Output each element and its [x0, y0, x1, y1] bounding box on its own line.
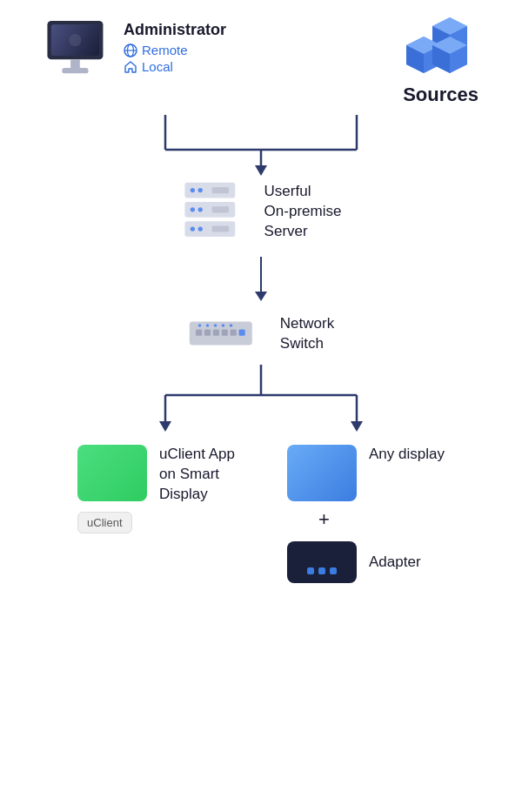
sources-block: Sources: [403, 17, 478, 106]
adapter-dot-1: [307, 567, 314, 574]
bottom-row: uClient App on Smart Display uClient Any…: [17, 441, 505, 583]
branch-svg: [104, 365, 418, 434]
svg-point-48: [222, 324, 225, 327]
svg-marker-54: [159, 421, 171, 432]
switch-node: Network Switch: [188, 310, 334, 358]
svg-point-49: [230, 324, 233, 327]
svg-point-28: [197, 188, 202, 192]
local-label: Local: [142, 59, 173, 74]
svg-point-27: [190, 188, 194, 192]
svg-rect-33: [211, 206, 229, 212]
switch-label: Network Switch: [280, 314, 334, 354]
adapter-dots: [307, 567, 337, 574]
svg-point-31: [190, 207, 194, 211]
svg-rect-37: [211, 226, 229, 232]
adapter-label: Adapter: [369, 553, 421, 573]
admin-text: Administrator Remote Local: [124, 17, 226, 76]
display-node: Any display + Adapter: [287, 445, 445, 583]
remote-icon: [124, 44, 137, 57]
svg-rect-29: [211, 187, 229, 193]
svg-rect-42: [222, 330, 228, 336]
sources-icon: [406, 17, 476, 78]
display-label: Any display: [369, 445, 445, 465]
branch-connector: [104, 365, 418, 434]
adapter-dot-2: [318, 567, 325, 574]
svg-rect-41: [213, 330, 219, 336]
uclient-content: uClient App on Smart Display: [77, 445, 235, 505]
plus-sign: +: [318, 508, 330, 531]
adapter-row: Adapter: [287, 541, 421, 583]
svg-rect-4: [62, 68, 88, 73]
local-icon: [124, 60, 137, 74]
svg-point-47: [214, 324, 218, 327]
server-icon: [181, 179, 251, 245]
svg-point-32: [197, 207, 202, 211]
server-node: Userful On-premise Server: [181, 179, 342, 245]
top-connector-svg: [96, 115, 426, 176]
top-connector: [96, 115, 426, 176]
svg-marker-25: [255, 165, 267, 176]
admin-title: Administrator: [124, 21, 226, 39]
uclient-node: uClient App on Smart Display uClient: [77, 445, 235, 534]
display-content: Any display: [287, 445, 445, 501]
svg-rect-3: [70, 59, 80, 69]
adapter-dot-3: [330, 567, 337, 574]
svg-rect-43: [230, 330, 236, 336]
remote-label-row: Remote: [124, 43, 226, 57]
adapter-icon: [287, 541, 357, 583]
any-display-icon: [287, 445, 357, 501]
svg-point-46: [206, 324, 210, 327]
remote-label: Remote: [142, 43, 188, 57]
svg-rect-44: [238, 330, 244, 336]
top-row: Administrator Remote Local: [17, 17, 505, 106]
server-label: Userful On-premise Server: [264, 182, 342, 242]
svg-point-45: [198, 324, 202, 327]
monitor-icon: [44, 17, 113, 78]
switch-icon: [188, 310, 266, 358]
svg-point-35: [190, 226, 194, 231]
svg-point-5: [69, 34, 81, 46]
admin-block: Administrator Remote Local: [44, 17, 226, 78]
uclient-display-icon: [77, 445, 147, 501]
local-label-row: Local: [124, 59, 226, 74]
uclient-badge: uClient: [77, 512, 131, 534]
sources-title: Sources: [403, 84, 478, 106]
uclient-label: uClient App on Smart Display: [159, 445, 235, 505]
svg-point-36: [197, 226, 202, 231]
svg-rect-40: [204, 330, 211, 336]
arrow-server-switch: [255, 257, 267, 301]
diagram: Administrator Remote Local: [0, 0, 522, 618]
svg-marker-55: [351, 421, 363, 432]
svg-rect-39: [196, 330, 202, 336]
